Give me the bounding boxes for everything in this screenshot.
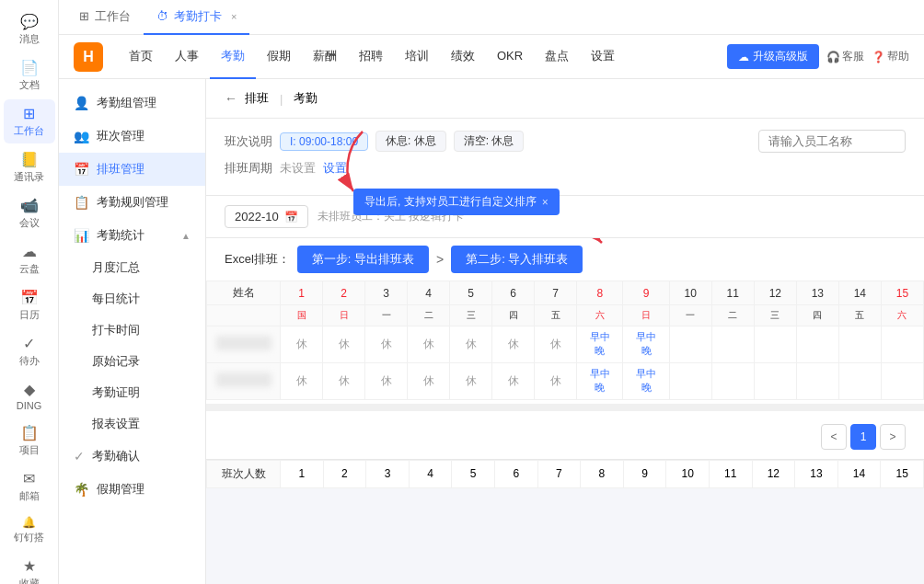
nav-leave[interactable]: 假期: [256, 35, 302, 79]
sub-menu-original[interactable]: 原始记录: [59, 346, 205, 377]
step2-button[interactable]: 第二步: 导入排班表: [451, 246, 583, 273]
nav-performance[interactable]: 绩效: [440, 35, 486, 79]
row2-col5[interactable]: 休: [450, 362, 492, 399]
sidebar-item-contacts[interactable]: 📒 通讯录: [4, 145, 55, 189]
page-header: ← 排班 | 考勤: [206, 79, 924, 119]
sidebar-item-workbench[interactable]: ⊞ 工作台: [4, 99, 55, 143]
current-page[interactable]: 1: [850, 424, 876, 450]
row1-col5[interactable]: 休: [450, 326, 492, 363]
sidebar-item-docs[interactable]: 📄 文档: [4, 53, 55, 97]
schedule-period-set-link[interactable]: 设置: [323, 160, 347, 177]
shift-tag-3[interactable]: 清空: 休息: [454, 131, 525, 152]
stats-label: 班次人数: [207, 460, 281, 487]
sidebar-item-cloud[interactable]: ☁ 云盘: [4, 237, 55, 281]
shift-tag-1[interactable]: I: 09:00-18:00: [280, 132, 368, 151]
nav-salary[interactable]: 薪酬: [302, 35, 348, 79]
sub-menu-daily[interactable]: 每日统计: [59, 283, 205, 315]
row1-col10[interactable]: [669, 326, 711, 363]
tab-attendance-icon: ⏱: [156, 9, 168, 23]
row1-col2[interactable]: 休: [323, 326, 365, 363]
sub-menu-certificate[interactable]: 考勤证明: [59, 377, 205, 408]
row2-col7[interactable]: 休: [535, 362, 577, 399]
todo-icon: ✓: [23, 335, 35, 352]
messages-icon: 💬: [20, 13, 39, 30]
nav-recruit[interactable]: 招聘: [348, 35, 394, 79]
row1-col13[interactable]: [796, 326, 838, 363]
menu-leave-mgmt[interactable]: 🌴 假期管理: [59, 473, 205, 506]
row1-col3[interactable]: 休: [365, 326, 408, 363]
sub-menu-monthly[interactable]: 月度汇总: [59, 252, 205, 283]
col-2-header: 2: [323, 281, 365, 305]
row2-col4[interactable]: 休: [408, 362, 450, 399]
row1-col7[interactable]: 休: [535, 326, 577, 363]
row2-col6[interactable]: 休: [492, 362, 535, 399]
menu-shift[interactable]: 👥 班次管理: [59, 120, 205, 153]
schedule-icon: 📅: [74, 162, 89, 177]
help-btn[interactable]: ❓ 帮助: [872, 49, 909, 64]
menu-schedule[interactable]: 📅 排班管理: [59, 153, 205, 186]
row1-col9[interactable]: 早中晚: [623, 326, 669, 363]
row1-col15[interactable]: [881, 326, 923, 363]
nav-training[interactable]: 培训: [394, 35, 440, 79]
row2-col1[interactable]: 休: [281, 362, 323, 399]
nav-inventory[interactable]: 盘点: [534, 35, 580, 79]
row2-col11[interactable]: [711, 362, 754, 399]
row2-col3[interactable]: 休: [365, 362, 408, 399]
nav-okr[interactable]: OKR: [486, 35, 534, 79]
row2-col14[interactable]: [838, 362, 881, 399]
tab-workbench[interactable]: ⊞ 工作台: [66, 0, 144, 35]
row2-col13[interactable]: [796, 362, 838, 399]
nav-settings[interactable]: 设置: [580, 35, 626, 79]
nav-hr[interactable]: 人事: [164, 35, 210, 79]
contacts-icon: 📒: [20, 151, 39, 168]
row1-col4[interactable]: 休: [408, 326, 450, 363]
row1-col14[interactable]: [838, 326, 881, 363]
tooltip-close-button[interactable]: ×: [542, 196, 549, 209]
horizontal-scrollbar[interactable]: [206, 404, 924, 411]
row1-col6[interactable]: 休: [492, 326, 535, 363]
row2-col2[interactable]: 休: [323, 362, 365, 399]
next-page-button[interactable]: >: [880, 424, 906, 450]
sidebar-item-calendar[interactable]: 📅 日历: [4, 283, 55, 327]
stats-col-13: 13: [795, 460, 838, 487]
row1-col12[interactable]: [754, 326, 796, 363]
col-8-header: 8: [577, 281, 623, 305]
sidebar-item-todo[interactable]: ✓ 待办: [4, 329, 55, 373]
sub-menu-report-settings[interactable]: 报表设置: [59, 408, 205, 440]
sidebar-item-meeting[interactable]: 📹 会议: [4, 191, 55, 235]
menu-stats[interactable]: 📊 考勤统计 ▲: [59, 219, 205, 252]
shift-tag-2[interactable]: 休息: 休息: [375, 131, 446, 152]
menu-confirm[interactable]: ✓ 考勤确认: [59, 440, 205, 473]
menu-attendance-group[interactable]: 👤 考勤组管理: [59, 86, 205, 120]
row2-col12[interactable]: [754, 362, 796, 399]
col-10-header: 10: [669, 281, 711, 305]
customer-service-btn[interactable]: 🎧 客服: [826, 49, 864, 64]
tab-close-icon[interactable]: ×: [231, 11, 237, 22]
sidebar-item-messages[interactable]: 💬 消息: [4, 7, 55, 52]
row1-col1[interactable]: 休: [281, 326, 323, 363]
col-15-header: 15: [881, 281, 923, 305]
nav-home[interactable]: 首页: [118, 35, 164, 79]
sidebar-item-favorites[interactable]: ★ 收藏: [4, 552, 55, 584]
row1-col8[interactable]: 早中晚: [577, 326, 623, 363]
prev-page-button[interactable]: <: [821, 424, 847, 450]
sidebar-item-mail[interactable]: ✉ 邮箱: [4, 464, 55, 509]
sub-menu-checkin-time[interactable]: 打卡时间: [59, 315, 205, 346]
tab-attendance-label: 考勤打卡: [174, 8, 222, 25]
step1-button[interactable]: 第一步: 导出排班表: [297, 246, 429, 273]
back-button[interactable]: ←: [225, 91, 237, 106]
row2-col9[interactable]: 早中晚: [623, 362, 669, 399]
upgrade-button[interactable]: ☁ 升级高级版: [727, 44, 819, 69]
sidebar-item-project[interactable]: 📋 项目: [4, 418, 55, 463]
tab-attendance[interactable]: ⏱ 考勤打卡 ×: [144, 0, 249, 35]
row1-col11[interactable]: [711, 326, 754, 363]
sidebar-item-ding[interactable]: ◆ DING: [4, 375, 55, 417]
search-input[interactable]: [758, 130, 906, 153]
sidebar-item-dingding[interactable]: 🔔 钉钉搭: [4, 510, 55, 550]
menu-rules[interactable]: 📋 考勤规则管理: [59, 186, 205, 219]
date-picker[interactable]: 2022-10 📅: [225, 205, 308, 228]
row2-col8[interactable]: 早中晚: [577, 362, 623, 399]
nav-attendance[interactable]: 考勤: [210, 35, 256, 79]
row2-col15[interactable]: [881, 362, 923, 399]
row2-col10[interactable]: [669, 362, 711, 399]
